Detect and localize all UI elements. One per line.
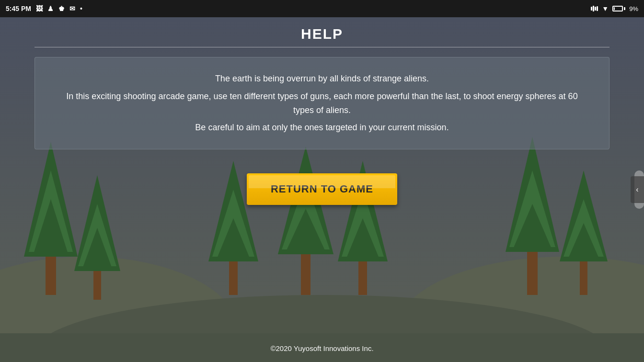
svg-rect-9 [93,271,101,300]
image-icon: 🖼 [36,5,43,12]
help-paragraph-1: The earth is being overrun by all kinds … [59,72,585,86]
help-paragraph-2: In this exciting shooting arcade game, u… [59,90,585,117]
title-divider [34,47,610,47]
mail-icon: ✉ [69,5,75,12]
svg-rect-21 [358,261,367,295]
svg-rect-29 [580,261,587,295]
help-paragraph-3: Be careful to aim at only the ones targe… [59,121,585,135]
status-bar: 5:45 PM 🖼 ♟ ♚ ✉ • ▼ 9% [0,0,644,17]
return-to-game-button[interactable]: RETURN TO GAME [247,173,397,205]
status-bar-left: 5:45 PM 🖼 ♟ ♚ ✉ • [6,5,82,12]
button-container: RETURN TO GAME [0,173,644,205]
chevron-left-icon: ‹ [636,185,638,194]
help-text-box: The earth is being overrun by all kinds … [34,57,610,149]
battery-icon [612,6,625,11]
chess-icon: ♚ [58,5,65,12]
footer-copyright: ©2020 Yuyosoft Innovations Inc. [0,344,644,352]
vibrate-icon [591,6,598,11]
main-content: HELP The earth is being overrun by all k… [0,17,644,362]
status-bar-right: ▼ 9% [591,5,638,12]
battery-percentage: 9% [629,5,638,12]
side-arrow-button[interactable]: ‹ [631,176,644,203]
svg-rect-13 [229,261,238,295]
person-icon: ♟ [47,5,54,12]
time-display: 5:45 PM [6,5,31,12]
wifi-icon: ▼ [602,5,609,12]
page-title: HELP [0,17,644,47]
svg-rect-5 [46,257,56,295]
svg-rect-17 [301,254,310,295]
svg-rect-25 [527,252,538,295]
dot-indicator: • [80,5,82,12]
